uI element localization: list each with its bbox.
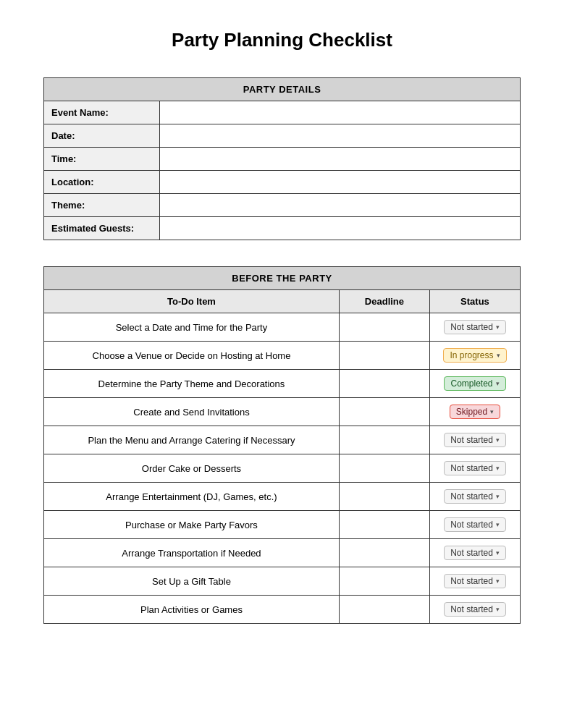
status-cell[interactable]: Skipped ▾ xyxy=(429,398,520,426)
table-row: Create and Send Invitations Skipped ▾ xyxy=(44,398,521,426)
status-label: Not started xyxy=(450,576,493,586)
details-row: Estimated Guests: xyxy=(44,217,521,240)
dropdown-arrow-icon: ▾ xyxy=(496,549,500,556)
deadline-value[interactable] xyxy=(339,483,429,511)
details-value[interactable] xyxy=(160,217,521,240)
deadline-value[interactable] xyxy=(339,342,429,370)
dropdown-arrow-icon: ▾ xyxy=(496,380,500,387)
details-value[interactable] xyxy=(160,148,521,171)
status-label: Not started xyxy=(450,604,493,614)
details-row: Event Name: xyxy=(44,101,521,124)
deadline-value[interactable] xyxy=(339,313,429,342)
todo-item: Plan Activities or Games xyxy=(44,596,340,624)
details-row: Theme: xyxy=(44,194,521,217)
todo-item: Purchase or Make Party Favors xyxy=(44,511,340,539)
table-row: Plan the Menu and Arrange Catering if Ne… xyxy=(44,426,521,454)
status-badge[interactable]: Not started ▾ xyxy=(444,517,506,532)
table-row: Set Up a Gift Table Not started ▾ xyxy=(44,567,521,596)
details-row: Time: xyxy=(44,148,521,171)
dropdown-arrow-icon: ▾ xyxy=(490,408,494,415)
table-row: Determine the Party Theme and Decoration… xyxy=(44,370,521,398)
table-row: Arrange Entertainment (DJ, Games, etc.) … xyxy=(44,483,521,511)
status-label: In progress xyxy=(450,350,493,360)
status-cell[interactable]: Not started ▾ xyxy=(429,567,520,596)
deadline-value[interactable] xyxy=(339,454,429,483)
deadline-value[interactable] xyxy=(339,596,429,624)
details-label: Time: xyxy=(44,148,160,171)
status-label: Not started xyxy=(450,322,493,332)
dropdown-arrow-icon: ▾ xyxy=(496,577,500,585)
status-badge[interactable]: Not started ▾ xyxy=(444,461,506,475)
col-header-deadline: Deadline xyxy=(339,290,429,313)
table-row: Arrange Transportation if Needed Not sta… xyxy=(44,539,521,567)
status-cell[interactable]: Not started ▾ xyxy=(429,511,520,539)
status-label: Not started xyxy=(450,463,493,473)
status-cell[interactable]: Completed ▾ xyxy=(429,370,520,398)
todo-item: Set Up a Gift Table xyxy=(44,567,340,596)
todo-item: Create and Send Invitations xyxy=(44,398,340,426)
details-label: Location: xyxy=(44,171,160,194)
status-label: Completed xyxy=(450,378,492,389)
deadline-value[interactable] xyxy=(339,511,429,539)
status-badge[interactable]: Not started ▾ xyxy=(444,574,506,588)
table-row: Plan Activities or Games Not started ▾ xyxy=(44,596,521,624)
todo-item: Choose a Venue or Decide on Hosting at H… xyxy=(44,342,340,370)
status-label: Not started xyxy=(450,548,493,558)
status-cell[interactable]: Not started ▾ xyxy=(429,426,520,454)
dropdown-arrow-icon: ▾ xyxy=(496,493,500,500)
details-label: Date: xyxy=(44,124,160,148)
details-value[interactable] xyxy=(160,101,521,124)
details-label: Event Name: xyxy=(44,101,160,124)
table-row: Purchase or Make Party Favors Not starte… xyxy=(44,511,521,539)
todo-item: Determine the Party Theme and Decoration… xyxy=(44,370,340,398)
status-cell[interactable]: Not started ▾ xyxy=(429,313,520,342)
status-badge[interactable]: Not started ▾ xyxy=(444,546,506,560)
dropdown-arrow-icon: ▾ xyxy=(496,323,500,331)
page-title: Party Planning Checklist xyxy=(43,29,521,51)
col-header-todo: To-Do Item xyxy=(44,290,340,313)
party-details-table: PARTY DETAILS Event Name: Date: Time: Lo… xyxy=(43,77,521,240)
deadline-value[interactable] xyxy=(339,539,429,567)
details-label: Theme: xyxy=(44,194,160,217)
status-cell[interactable]: Not started ▾ xyxy=(429,483,520,511)
status-badge[interactable]: Completed ▾ xyxy=(444,376,505,391)
page-container: Party Planning Checklist PARTY DETAILS E… xyxy=(0,0,564,728)
deadline-value[interactable] xyxy=(339,370,429,398)
status-label: Not started xyxy=(450,520,493,530)
dropdown-arrow-icon: ▾ xyxy=(496,436,500,444)
status-label: Not started xyxy=(450,435,493,445)
status-badge[interactable]: Not started ▾ xyxy=(444,320,506,334)
table-row: Select a Date and Time for the Party Not… xyxy=(44,313,521,342)
status-label: Skipped xyxy=(456,407,487,417)
status-badge[interactable]: Not started ▾ xyxy=(444,433,506,447)
dropdown-arrow-icon: ▾ xyxy=(497,352,500,359)
status-badge[interactable]: Skipped ▾ xyxy=(450,405,500,419)
details-label: Estimated Guests: xyxy=(44,217,160,240)
deadline-value[interactable] xyxy=(339,426,429,454)
party-details-header: PARTY DETAILS xyxy=(44,78,521,101)
details-value[interactable] xyxy=(160,194,521,217)
details-row: Date: xyxy=(44,124,521,148)
status-label: Not started xyxy=(450,491,493,501)
details-row: Location: xyxy=(44,171,521,194)
status-badge[interactable]: Not started ▾ xyxy=(444,489,506,504)
status-cell[interactable]: Not started ▾ xyxy=(429,454,520,483)
dropdown-arrow-icon: ▾ xyxy=(496,521,500,528)
details-value[interactable] xyxy=(160,171,521,194)
deadline-value[interactable] xyxy=(339,567,429,596)
status-cell[interactable]: Not started ▾ xyxy=(429,539,520,567)
status-cell[interactable]: In progress ▾ xyxy=(429,342,520,370)
deadline-value[interactable] xyxy=(339,398,429,426)
todo-item: Arrange Transportation if Needed xyxy=(44,539,340,567)
todo-item: Arrange Entertainment (DJ, Games, etc.) xyxy=(44,483,340,511)
todo-item: Select a Date and Time for the Party xyxy=(44,313,340,342)
status-badge[interactable]: In progress ▾ xyxy=(443,348,506,363)
status-badge[interactable]: Not started ▾ xyxy=(444,602,506,617)
col-header-status: Status xyxy=(429,290,520,313)
todo-item: Order Cake or Desserts xyxy=(44,454,340,483)
status-cell[interactable]: Not started ▾ xyxy=(429,596,520,624)
dropdown-arrow-icon: ▾ xyxy=(496,465,500,472)
checklist-table: BEFORE THE PARTY To-Do Item Deadline Sta… xyxy=(43,266,521,624)
checklist-header: BEFORE THE PARTY xyxy=(44,267,521,290)
details-value[interactable] xyxy=(160,124,521,148)
